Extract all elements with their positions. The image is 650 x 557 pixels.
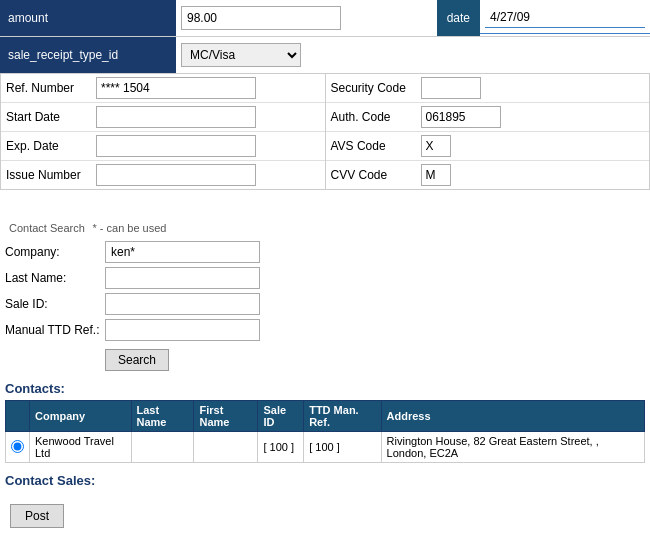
amount-row: amount date — [0, 0, 650, 37]
date-section: date — [437, 0, 650, 36]
start-date-input[interactable] — [96, 106, 256, 128]
contacts-table: Company Last Name First Name Sale ID TTD… — [5, 400, 645, 463]
cvv-code-field: CVV Code — [326, 161, 650, 189]
search-button-row: Search — [5, 345, 645, 371]
avs-code-input[interactable] — [421, 135, 451, 157]
contacts-title: Contacts: — [5, 381, 645, 396]
sale-receipt-row: sale_receipt_type_id MC/Visa Cash Check … — [0, 37, 650, 74]
contacts-col-radio — [6, 401, 30, 432]
amount-field-container — [176, 0, 346, 36]
ref-number-label: Ref. Number — [6, 81, 96, 95]
search-button[interactable]: Search — [105, 349, 169, 371]
exp-date-field: Exp. Date — [1, 132, 325, 161]
post-button[interactable]: Post — [10, 504, 64, 528]
contact-search-title: Contact Search * - can be used — [5, 220, 645, 235]
ref-number-input[interactable] — [96, 77, 256, 99]
contacts-col-saleid: Sale ID — [258, 401, 304, 432]
sale-id-search-input[interactable] — [105, 293, 260, 315]
cvv-code-input[interactable] — [421, 164, 451, 186]
company-search-row: Company: — [5, 241, 645, 263]
issue-number-label: Issue Number — [6, 168, 96, 182]
row-radio-cell — [6, 432, 30, 463]
security-code-input[interactable] — [421, 77, 481, 99]
company-search-label: Company: — [5, 245, 105, 259]
contacts-section: Contacts: Company Last Name First Name S… — [0, 376, 650, 468]
table-row: Kenwood Travel Ltd [ 100 ] [ 100 ] Rivin… — [6, 432, 645, 463]
contact-sales-title: Contact Sales: — [5, 473, 645, 488]
issue-number-input[interactable] — [96, 164, 256, 186]
card-left-col: Ref. Number Start Date Exp. Date Issue N… — [1, 74, 326, 189]
avs-code-label: AVS Code — [331, 139, 421, 153]
exp-date-input[interactable] — [96, 135, 256, 157]
lastname-search-input[interactable] — [105, 267, 260, 289]
company-search-input[interactable] — [105, 241, 260, 263]
row-radio[interactable] — [11, 440, 24, 453]
contact-search-section: Contact Search * - can be used Company: … — [0, 210, 650, 376]
cvv-code-label: CVV Code — [331, 168, 421, 182]
row-lastname — [131, 432, 194, 463]
sale-id-search-row: Sale ID: — [5, 293, 645, 315]
contacts-col-ttd: TTD Man. Ref. — [304, 401, 381, 432]
row-ttd: [ 100 ] — [304, 432, 381, 463]
contacts-col-address: Address — [381, 401, 644, 432]
sale-receipt-select[interactable]: MC/Visa Cash Check Other — [181, 43, 301, 67]
auth-code-label: Auth. Code — [331, 110, 421, 124]
security-code-label: Security Code — [331, 81, 421, 95]
contacts-col-lastname: Last Name — [131, 401, 194, 432]
row-company: Kenwood Travel Ltd — [30, 432, 132, 463]
contacts-col-company: Company — [30, 401, 132, 432]
auth-code-field: Auth. Code — [326, 103, 650, 132]
start-date-field: Start Date — [1, 103, 325, 132]
row-firstname — [194, 432, 258, 463]
lastname-search-row: Last Name: — [5, 267, 645, 289]
amount-input[interactable] — [181, 6, 341, 30]
sale-id-search-label: Sale ID: — [5, 297, 105, 311]
manual-ttd-search-input[interactable] — [105, 319, 260, 341]
lastname-search-label: Last Name: — [5, 271, 105, 285]
contacts-header-row: Company Last Name First Name Sale ID TTD… — [6, 401, 645, 432]
date-label: date — [437, 0, 480, 36]
sale-receipt-label: sale_receipt_type_id — [0, 37, 176, 73]
sale-receipt-field-container: MC/Visa Cash Check Other — [176, 37, 306, 73]
exp-date-label: Exp. Date — [6, 139, 96, 153]
security-code-field: Security Code — [326, 74, 650, 103]
amount-label: amount — [0, 0, 176, 36]
date-input[interactable] — [485, 7, 645, 28]
row-address: Rivington House, 82 Great Eastern Street… — [381, 432, 644, 463]
post-button-row: Post — [0, 499, 650, 538]
card-right-col: Security Code Auth. Code AVS Code CVV Co… — [326, 74, 650, 189]
avs-code-field: AVS Code — [326, 132, 650, 161]
contacts-col-firstname: First Name — [194, 401, 258, 432]
manual-ttd-search-row: Manual TTD Ref.: — [5, 319, 645, 341]
start-date-label: Start Date — [6, 110, 96, 124]
row-saleid: [ 100 ] — [258, 432, 304, 463]
card-details: Ref. Number Start Date Exp. Date Issue N… — [0, 74, 650, 190]
ref-number-field: Ref. Number — [1, 74, 325, 103]
issue-number-field: Issue Number — [1, 161, 325, 189]
manual-ttd-search-label: Manual TTD Ref.: — [5, 323, 105, 337]
contact-sales-section: Contact Sales: — [0, 468, 650, 499]
auth-code-input[interactable] — [421, 106, 501, 128]
